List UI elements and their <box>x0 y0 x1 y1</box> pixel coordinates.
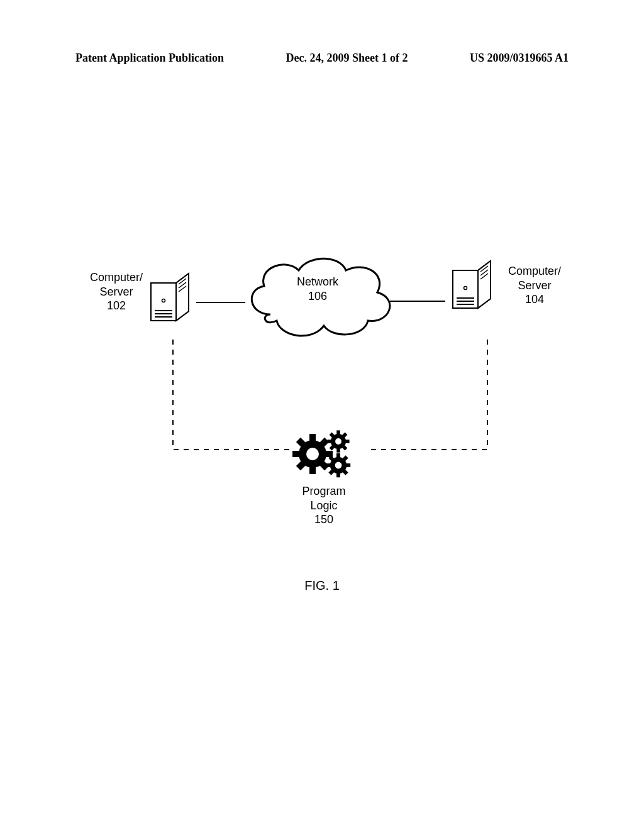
svg-rect-13 <box>292 451 301 457</box>
server-left-ref: 102 <box>88 299 145 313</box>
network-label-text: Network <box>261 275 374 289</box>
svg-rect-32 <box>336 472 340 477</box>
header-right: US 2009/0319665 A1 <box>470 52 569 65</box>
svg-point-39 <box>335 462 342 469</box>
svg-point-19 <box>306 448 319 460</box>
svg-rect-24 <box>345 440 350 443</box>
server-left-label: Computer/ Server 102 <box>88 270 145 313</box>
svg-rect-22 <box>336 448 340 453</box>
server-right-icon <box>447 258 497 321</box>
program-l2: Logic <box>292 499 355 513</box>
program-logic-label: Program Logic 150 <box>292 484 355 527</box>
network-ref: 106 <box>261 289 374 304</box>
program-ref: 150 <box>292 512 355 527</box>
header-left: Patent Application Publication <box>75 52 224 65</box>
svg-point-29 <box>335 438 341 445</box>
svg-rect-33 <box>326 463 331 467</box>
server-right-l1: Computer/ <box>503 264 566 279</box>
svg-rect-11 <box>309 434 316 443</box>
page-header: Patent Application Publication Dec. 24, … <box>75 52 569 65</box>
svg-rect-21 <box>336 430 340 435</box>
network-label: Network 106 <box>261 275 374 303</box>
svg-rect-31 <box>336 453 340 458</box>
figure-diagram: Computer/ Server 102 Computer/ Server 10… <box>75 201 569 578</box>
server-left-icon <box>145 270 195 333</box>
server-left-l1: Computer/ <box>88 270 145 285</box>
svg-rect-34 <box>345 463 350 467</box>
program-l1: Program <box>292 484 355 499</box>
svg-rect-23 <box>327 440 332 443</box>
server-left-l2: Server <box>88 285 145 299</box>
gears-icon <box>289 428 358 484</box>
header-center: Dec. 24, 2009 Sheet 1 of 2 <box>286 52 408 65</box>
server-right-ref: 104 <box>503 292 566 307</box>
svg-rect-12 <box>309 465 316 474</box>
server-right-label: Computer/ Server 104 <box>503 264 566 307</box>
figure-caption: FIG. 1 <box>75 578 569 593</box>
connector-left <box>196 302 245 303</box>
server-right-l2: Server <box>503 279 566 293</box>
connector-right <box>390 301 445 302</box>
